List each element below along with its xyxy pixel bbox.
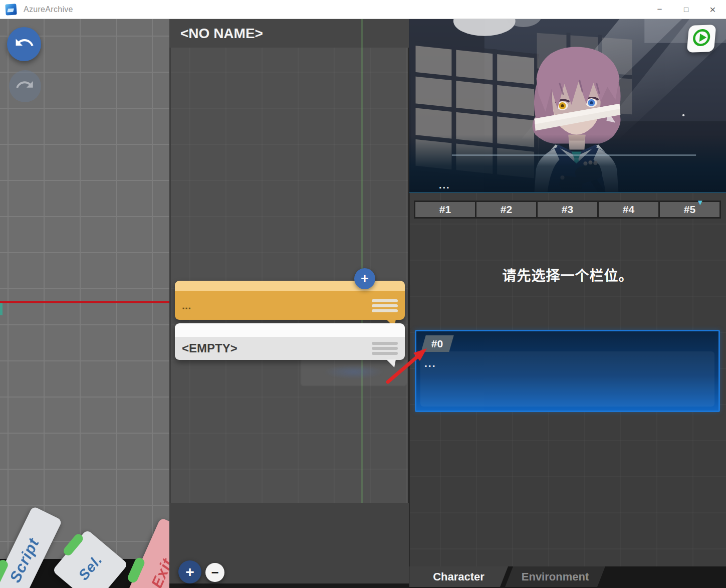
empty-card-text: <EMPTY> bbox=[175, 341, 237, 355]
slot-tab-bar: #1 #2 #3 #4 #5 bbox=[414, 201, 721, 219]
app-logo-icon bbox=[5, 4, 17, 15]
slot-0-badge: #0 bbox=[421, 335, 453, 352]
redo-arrow-icon bbox=[15, 75, 35, 97]
slot-tab-4[interactable]: #4 bbox=[599, 202, 658, 217]
slot-0-content bbox=[420, 351, 714, 407]
drag-handle-icon[interactable] bbox=[372, 297, 398, 314]
insert-node-button[interactable]: + bbox=[354, 268, 375, 289]
canvas-tab-exit-label: Exit bbox=[148, 555, 169, 588]
script-panel-bottom-strip bbox=[169, 583, 409, 588]
play-icon bbox=[689, 26, 713, 51]
close-button[interactable]: × bbox=[699, 0, 726, 19]
slot-hint-text: 请先选择一个栏位。 bbox=[409, 265, 726, 285]
undo-button[interactable] bbox=[7, 27, 41, 61]
red-guideline bbox=[0, 301, 169, 303]
window-controls: − □ × bbox=[646, 0, 726, 19]
speech-tail bbox=[386, 359, 396, 367]
app-window: AzureArchive − □ × Script Sel. bbox=[0, 0, 726, 588]
card-header-strip bbox=[175, 323, 405, 337]
redo-button[interactable] bbox=[9, 70, 41, 102]
add-node-button[interactable]: + bbox=[178, 560, 201, 583]
dialogue-card-text: ... bbox=[175, 299, 191, 312]
node-canvas[interactable]: Script Sel. Exit bbox=[0, 19, 169, 588]
green-guideline bbox=[361, 19, 363, 503]
tab-environment[interactable]: Environment bbox=[505, 566, 605, 587]
slot-0-panel[interactable]: #0 ... bbox=[415, 330, 720, 412]
canvas-tab-selection-label: Sel. bbox=[75, 551, 105, 583]
slot-tab-2[interactable]: #2 bbox=[476, 202, 536, 217]
slot-tab-5[interactable]: #5 bbox=[660, 202, 719, 217]
minimize-button[interactable]: − bbox=[646, 0, 673, 19]
dialogue-card-empty[interactable]: <EMPTY> bbox=[175, 323, 405, 360]
canvas-tab-exit[interactable]: Exit bbox=[120, 517, 169, 588]
script-panel-title: <NO NAME> bbox=[169, 19, 409, 48]
drag-handle-icon[interactable] bbox=[372, 340, 398, 357]
slot-tab-1[interactable]: #1 bbox=[415, 202, 475, 217]
slot-0-text: ... bbox=[424, 357, 436, 369]
remove-node-button[interactable]: − bbox=[205, 563, 224, 582]
advance-triangle-icon[interactable]: ▼ bbox=[696, 198, 704, 207]
undo-arrow-icon bbox=[14, 33, 35, 56]
origin-marker bbox=[0, 303, 3, 315]
preview-dialogue-text: ... bbox=[439, 179, 450, 191]
green-pin-icon bbox=[62, 532, 85, 557]
play-button[interactable] bbox=[687, 25, 716, 53]
window-title: AzureArchive bbox=[24, 5, 73, 14]
title-bar[interactable]: AzureArchive − □ × bbox=[0, 0, 726, 19]
maximize-button[interactable]: □ bbox=[673, 0, 699, 19]
character-preview bbox=[409, 19, 726, 192]
tab-character[interactable]: Character bbox=[409, 566, 508, 587]
slot-tab-3[interactable]: #3 bbox=[538, 202, 597, 217]
scene-preview bbox=[409, 19, 726, 193]
